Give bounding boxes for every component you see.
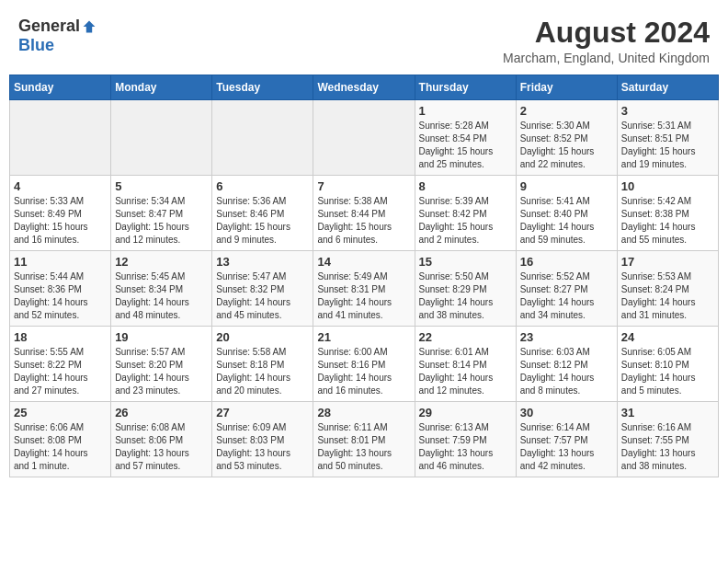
logo-blue: Blue — [18, 36, 54, 55]
calendar-cell: 9Sunrise: 5:41 AM Sunset: 8:40 PM Daylig… — [516, 176, 617, 251]
calendar-week-5: 25Sunrise: 6:06 AM Sunset: 8:08 PM Dayli… — [10, 402, 719, 477]
day-number: 27 — [216, 406, 309, 419]
day-info: Sunrise: 6:13 AM Sunset: 7:59 PM Dayligh… — [419, 421, 512, 473]
location: Marcham, England, United Kingdom — [503, 51, 710, 65]
calendar-cell: 21Sunrise: 6:00 AM Sunset: 8:16 PM Dayli… — [313, 327, 415, 402]
header-day-thursday: Thursday — [415, 75, 516, 100]
day-number: 7 — [317, 179, 410, 193]
day-info: Sunrise: 5:38 AM Sunset: 8:44 PM Dayligh… — [317, 195, 410, 247]
day-info: Sunrise: 5:53 AM Sunset: 8:24 PM Dayligh… — [621, 270, 714, 322]
day-number: 10 — [621, 179, 714, 193]
day-info: Sunrise: 5:41 AM Sunset: 8:40 PM Dayligh… — [520, 195, 613, 247]
calendar-cell: 17Sunrise: 5:53 AM Sunset: 8:24 PM Dayli… — [617, 251, 718, 327]
header-day-friday: Friday — [516, 75, 617, 100]
day-number: 12 — [115, 255, 208, 269]
calendar-cell: 15Sunrise: 5:50 AM Sunset: 8:29 PM Dayli… — [415, 251, 516, 327]
calendar-cell — [313, 100, 415, 176]
calendar-cell: 19Sunrise: 5:57 AM Sunset: 8:20 PM Dayli… — [111, 327, 212, 402]
page-header: General Blue August 2024 Marcham, Englan… — [9, 9, 719, 69]
day-info: Sunrise: 6:05 AM Sunset: 8:10 PM Dayligh… — [621, 346, 714, 397]
day-number: 18 — [14, 330, 107, 344]
day-number: 3 — [621, 104, 714, 118]
day-info: Sunrise: 6:11 AM Sunset: 8:01 PM Dayligh… — [317, 421, 410, 473]
day-info: Sunrise: 6:09 AM Sunset: 8:03 PM Dayligh… — [216, 421, 309, 473]
calendar-cell: 23Sunrise: 6:03 AM Sunset: 8:12 PM Dayli… — [516, 327, 617, 402]
calendar-week-4: 18Sunrise: 5:55 AM Sunset: 8:22 PM Dayli… — [10, 327, 719, 402]
day-info: Sunrise: 6:06 AM Sunset: 8:08 PM Dayligh… — [14, 421, 107, 473]
day-number: 5 — [115, 179, 208, 193]
calendar-cell: 30Sunrise: 6:14 AM Sunset: 7:57 PM Dayli… — [516, 402, 617, 477]
day-number: 24 — [621, 330, 714, 344]
day-number: 31 — [621, 406, 714, 419]
calendar-week-3: 11Sunrise: 5:44 AM Sunset: 8:36 PM Dayli… — [10, 251, 719, 327]
day-number: 25 — [14, 406, 107, 419]
calendar-cell: 20Sunrise: 5:58 AM Sunset: 8:18 PM Dayli… — [212, 327, 313, 402]
calendar-cell: 25Sunrise: 6:06 AM Sunset: 8:08 PM Dayli… — [10, 402, 111, 477]
calendar-cell: 27Sunrise: 6:09 AM Sunset: 8:03 PM Dayli… — [212, 402, 313, 477]
header-day-tuesday: Tuesday — [212, 75, 313, 100]
calendar-cell: 31Sunrise: 6:16 AM Sunset: 7:55 PM Dayli… — [617, 402, 718, 477]
header-day-sunday: Sunday — [10, 75, 111, 100]
calendar-cell: 2Sunrise: 5:30 AM Sunset: 8:52 PM Daylig… — [516, 100, 617, 176]
day-number: 8 — [419, 179, 512, 193]
calendar-cell: 8Sunrise: 5:39 AM Sunset: 8:42 PM Daylig… — [415, 176, 516, 251]
day-number: 19 — [115, 330, 208, 344]
day-number: 17 — [621, 255, 714, 269]
day-info: Sunrise: 5:58 AM Sunset: 8:18 PM Dayligh… — [216, 346, 309, 397]
day-info: Sunrise: 5:57 AM Sunset: 8:20 PM Dayligh… — [115, 346, 208, 397]
day-info: Sunrise: 5:44 AM Sunset: 8:36 PM Dayligh… — [14, 270, 107, 322]
calendar-cell: 13Sunrise: 5:47 AM Sunset: 8:32 PM Dayli… — [212, 251, 313, 327]
calendar-cell: 14Sunrise: 5:49 AM Sunset: 8:31 PM Dayli… — [313, 251, 415, 327]
day-number: 26 — [115, 406, 208, 419]
day-info: Sunrise: 6:14 AM Sunset: 7:57 PM Dayligh… — [520, 421, 613, 473]
day-number: 16 — [520, 255, 613, 269]
calendar-cell — [111, 100, 212, 176]
day-info: Sunrise: 5:47 AM Sunset: 8:32 PM Dayligh… — [216, 270, 309, 322]
day-number: 13 — [216, 255, 309, 269]
calendar-cell — [212, 100, 313, 176]
calendar-cell: 16Sunrise: 5:52 AM Sunset: 8:27 PM Dayli… — [516, 251, 617, 327]
calendar-cell: 24Sunrise: 6:05 AM Sunset: 8:10 PM Dayli… — [617, 327, 718, 402]
svg-marker-0 — [84, 20, 96, 32]
day-number: 28 — [317, 406, 410, 419]
title-block: August 2024 Marcham, England, United Kin… — [503, 17, 710, 65]
day-info: Sunrise: 5:28 AM Sunset: 8:54 PM Dayligh… — [419, 120, 512, 171]
calendar-header: SundayMondayTuesdayWednesdayThursdayFrid… — [10, 75, 719, 100]
day-info: Sunrise: 6:16 AM Sunset: 7:55 PM Dayligh… — [621, 421, 714, 473]
day-number: 20 — [216, 330, 309, 344]
day-number: 9 — [520, 179, 613, 193]
header-row: SundayMondayTuesdayWednesdayThursdayFrid… — [10, 75, 719, 100]
calendar-cell: 5Sunrise: 5:34 AM Sunset: 8:47 PM Daylig… — [111, 176, 212, 251]
day-info: Sunrise: 5:36 AM Sunset: 8:46 PM Dayligh… — [216, 195, 309, 247]
day-number: 11 — [14, 255, 107, 269]
day-info: Sunrise: 6:03 AM Sunset: 8:12 PM Dayligh… — [520, 346, 613, 397]
calendar-week-1: 1Sunrise: 5:28 AM Sunset: 8:54 PM Daylig… — [10, 100, 719, 176]
day-number: 4 — [14, 179, 107, 193]
calendar-cell: 22Sunrise: 6:01 AM Sunset: 8:14 PM Dayli… — [415, 327, 516, 402]
logo-general: General — [18, 17, 80, 36]
day-info: Sunrise: 5:39 AM Sunset: 8:42 PM Dayligh… — [419, 195, 512, 247]
day-number: 6 — [216, 179, 309, 193]
logo: General Blue — [18, 17, 97, 55]
day-info: Sunrise: 5:49 AM Sunset: 8:31 PM Dayligh… — [317, 270, 410, 322]
day-info: Sunrise: 5:45 AM Sunset: 8:34 PM Dayligh… — [115, 270, 208, 322]
day-info: Sunrise: 5:55 AM Sunset: 8:22 PM Dayligh… — [14, 346, 107, 397]
day-number: 30 — [520, 406, 613, 419]
calendar-cell: 12Sunrise: 5:45 AM Sunset: 8:34 PM Dayli… — [111, 251, 212, 327]
logo-icon — [82, 19, 97, 34]
calendar-body: 1Sunrise: 5:28 AM Sunset: 8:54 PM Daylig… — [10, 100, 719, 477]
day-info: Sunrise: 6:01 AM Sunset: 8:14 PM Dayligh… — [419, 346, 512, 397]
day-number: 15 — [419, 255, 512, 269]
header-day-saturday: Saturday — [617, 75, 718, 100]
day-info: Sunrise: 6:08 AM Sunset: 8:06 PM Dayligh… — [115, 421, 208, 473]
calendar-cell: 29Sunrise: 6:13 AM Sunset: 7:59 PM Dayli… — [415, 402, 516, 477]
month-year: August 2024 — [503, 17, 710, 49]
calendar-cell — [10, 100, 111, 176]
calendar-cell: 26Sunrise: 6:08 AM Sunset: 8:06 PM Dayli… — [111, 402, 212, 477]
day-info: Sunrise: 5:30 AM Sunset: 8:52 PM Dayligh… — [520, 120, 613, 171]
day-info: Sunrise: 5:34 AM Sunset: 8:47 PM Dayligh… — [115, 195, 208, 247]
day-number: 1 — [419, 104, 512, 118]
calendar-week-2: 4Sunrise: 5:33 AM Sunset: 8:49 PM Daylig… — [10, 176, 719, 251]
day-number: 2 — [520, 104, 613, 118]
calendar-cell: 1Sunrise: 5:28 AM Sunset: 8:54 PM Daylig… — [415, 100, 516, 176]
